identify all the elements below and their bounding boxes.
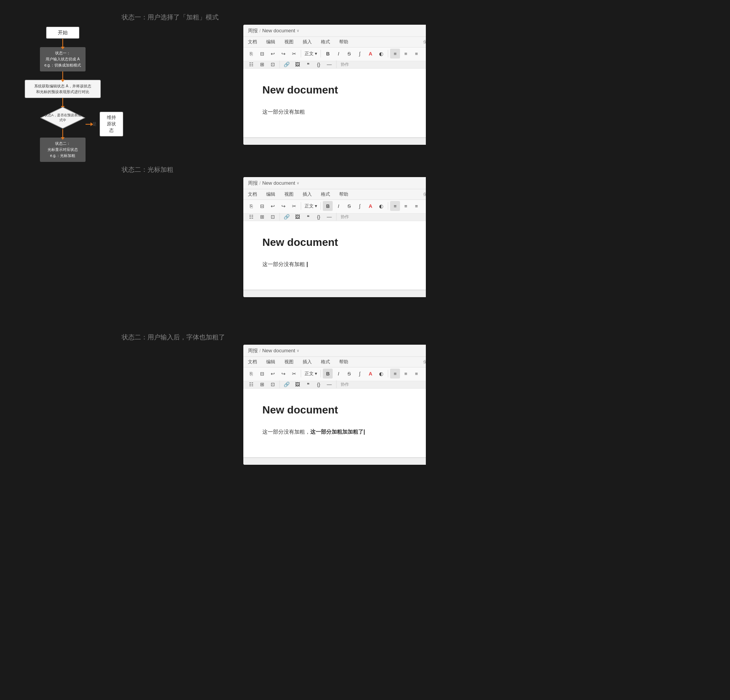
tb-indent1[interactable]: ⊞ <box>257 59 267 69</box>
tb3-align3[interactable]: ≡ <box>411 369 421 379</box>
doc-body1[interactable]: 这一部分没有加粗 <box>262 108 426 116</box>
tb-dash1[interactable]: — <box>324 59 334 69</box>
tb2-indent1[interactable]: ⊞ <box>257 212 267 222</box>
tb3-undo[interactable]: ↩ <box>268 369 278 379</box>
tb2-indent2[interactable]: ⊡ <box>268 212 278 222</box>
tb-strike1[interactable]: S <box>344 49 354 59</box>
tb2-align2[interactable]: ≡ <box>401 201 411 211</box>
tb2-align4[interactable]: ≡ <box>422 201 426 211</box>
tb3-indent2[interactable]: ⊡ <box>268 379 278 389</box>
tb-link1[interactable]: 🔗 <box>282 59 292 69</box>
tb2-bold[interactable]: B <box>323 201 333 211</box>
menu2-edit[interactable]: 编辑 <box>265 190 277 198</box>
tb3-align4[interactable]: ≡ <box>422 369 426 379</box>
tb3-dash[interactable]: — <box>324 379 334 389</box>
tb3-strike[interactable]: S <box>344 369 354 379</box>
menu2-format[interactable]: 格式 <box>319 190 332 198</box>
tb3-align2[interactable]: ≡ <box>401 369 411 379</box>
menu1-view[interactable]: 视图 <box>283 38 295 46</box>
tb2-redo[interactable]: ↪ <box>278 201 288 211</box>
tb3-collab[interactable]: 协作 <box>338 379 351 389</box>
menu3-view[interactable]: 视图 <box>283 358 295 366</box>
doc-body2[interactable]: 这一部分没有加粗 <box>262 260 426 268</box>
tb3-codeblock[interactable]: {} <box>314 379 324 389</box>
tb2-list2[interactable]: ☷ <box>246 212 256 222</box>
menu1-insert[interactable]: 插入 <box>301 38 313 46</box>
tb2-style[interactable]: 正文 ▾ <box>303 202 319 210</box>
menu1-edit[interactable]: 编辑 <box>265 38 277 46</box>
tb-copy[interactable]: ⎘ <box>246 49 256 59</box>
tb2-undo[interactable]: ↩ <box>268 201 278 211</box>
tb3-bold[interactable]: B <box>323 369 333 379</box>
tb3-style[interactable]: 正文 ▾ <box>303 370 319 378</box>
tb-align3[interactable]: ≡ <box>411 49 421 59</box>
tb-quote1[interactable]: ❝ <box>303 59 313 69</box>
tb3-indent1[interactable]: ⊞ <box>257 379 267 389</box>
doc-body3[interactable]: 这一部分没有加粗，这一部分加粗加加粗了 <box>262 428 426 436</box>
menu2-insert[interactable]: 插入 <box>301 190 313 198</box>
menu3-help[interactable]: 帮助 <box>338 358 350 366</box>
tb2-italic[interactable]: I <box>333 201 343 211</box>
tb2-img[interactable]: 🖼 <box>292 212 302 222</box>
tb-align2[interactable]: ≡ <box>401 49 411 59</box>
tb-style1[interactable]: 正文 ▾ <box>303 50 319 58</box>
tb-align1[interactable]: ≡ <box>390 49 400 59</box>
tb-bold1[interactable]: B <box>323 49 333 59</box>
menu2-help[interactable]: 帮助 <box>338 190 350 198</box>
tb2-codeblock[interactable]: {} <box>314 212 324 222</box>
tb3-list2[interactable]: ☷ <box>246 379 256 389</box>
tb2-copy[interactable]: ⎘ <box>246 201 256 211</box>
tb3-color-a[interactable]: A <box>365 369 375 379</box>
menu3-doc[interactable]: 文档 <box>246 358 259 366</box>
tb2-dash[interactable]: — <box>324 212 334 222</box>
tb3-print[interactable]: ⊟ <box>257 369 267 379</box>
tb-img1[interactable]: 🖼 <box>292 59 302 69</box>
tb3-highlight[interactable]: ◐ <box>376 369 386 379</box>
tb-collab1[interactable]: 协作 <box>338 59 351 69</box>
tb-codeblock1[interactable]: {} <box>314 59 324 69</box>
tb-align4[interactable]: ≡ <box>422 49 426 59</box>
tb2-cut[interactable]: ✂ <box>289 201 299 211</box>
tb3-cut[interactable]: ✂ <box>289 369 299 379</box>
tb2-link[interactable]: 🔗 <box>282 212 292 222</box>
tb-highlight1[interactable]: ◐ <box>376 49 386 59</box>
tb2-align3[interactable]: ≡ <box>411 201 421 211</box>
breadcrumb1: 周报 / New document <box>248 27 299 34</box>
tb-cut[interactable]: ✂ <box>289 49 299 59</box>
menu2-view[interactable]: 视图 <box>283 190 295 198</box>
tb-italic1[interactable]: I <box>333 49 343 59</box>
tb3-code[interactable]: ∫ <box>355 369 365 379</box>
tb3-italic[interactable]: I <box>333 369 343 379</box>
tb3-quote[interactable]: ❝ <box>303 379 313 389</box>
tb3-img[interactable]: 🖼 <box>292 379 302 389</box>
menu1-doc[interactable]: 文档 <box>246 38 259 46</box>
tb-undo[interactable]: ↩ <box>268 49 278 59</box>
menu1-help[interactable]: 帮助 <box>338 38 350 46</box>
tb2-collab[interactable]: 协作 <box>338 212 351 222</box>
tb2-print[interactable]: ⊟ <box>257 201 267 211</box>
tb-indent2[interactable]: ⊡ <box>268 59 278 69</box>
tb2-code[interactable]: ∫ <box>355 201 365 211</box>
tab3-active[interactable]: New document <box>262 348 300 353</box>
tb3-copy[interactable]: ⎘ <box>246 369 256 379</box>
tab1-active[interactable]: New document <box>262 28 300 33</box>
tb-color-a1[interactable]: A <box>365 49 375 59</box>
tb3-link[interactable]: 🔗 <box>282 379 292 389</box>
menu3-edit[interactable]: 编辑 <box>265 358 277 366</box>
tb2-quote[interactable]: ❝ <box>303 212 313 222</box>
tb2-highlight[interactable]: ◐ <box>376 201 386 211</box>
tb-code1[interactable]: ∫ <box>355 49 365 59</box>
menu2-doc[interactable]: 文档 <box>246 190 259 198</box>
menu3-insert[interactable]: 插入 <box>301 358 313 366</box>
tb2-align1[interactable]: ≡ <box>390 201 400 211</box>
tb3-redo[interactable]: ↪ <box>278 369 288 379</box>
tb3-align1[interactable]: ≡ <box>390 369 400 379</box>
tb2-color-a[interactable]: A <box>365 201 375 211</box>
menu3-format[interactable]: 格式 <box>319 358 332 366</box>
tb2-strike[interactable]: S <box>344 201 354 211</box>
tb-redo[interactable]: ↪ <box>278 49 288 59</box>
tb-print[interactable]: ⊟ <box>257 49 267 59</box>
tab2-active[interactable]: New document <box>262 180 300 186</box>
menu1-format[interactable]: 格式 <box>319 38 332 46</box>
tb-list2[interactable]: ☷ <box>246 59 256 69</box>
